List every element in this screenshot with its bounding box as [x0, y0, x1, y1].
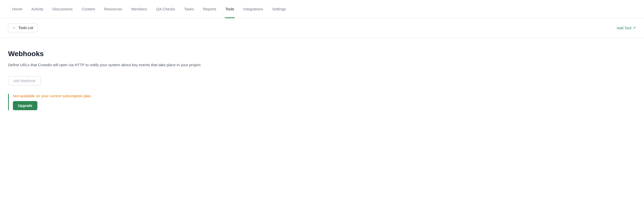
nav-item-resources[interactable]: Resources — [100, 0, 126, 18]
nav-item-home[interactable]: Home — [8, 0, 26, 18]
nav-item-reports[interactable]: Reports — [199, 0, 220, 18]
nav-item-members[interactable]: Members — [127, 0, 151, 18]
nav-item-content[interactable]: Content — [78, 0, 99, 18]
nav-item-qa-checks[interactable]: QA Checks — [152, 0, 179, 18]
add-tool-label: Add Tool — [617, 26, 631, 30]
back-to-tools-list-button[interactable]: ← Tools List — [8, 23, 37, 32]
nav-item-settings[interactable]: Settings — [268, 0, 290, 18]
warning-text: Not available on your current subscripti… — [13, 94, 92, 98]
nav-item-discussions[interactable]: Discussions — [48, 0, 77, 18]
nav-item-integrations[interactable]: Integrations — [239, 0, 267, 18]
add-webhook-button[interactable]: Add Webhook — [8, 76, 41, 86]
top-navigation: Home Activity Discussions Content Resour… — [0, 0, 644, 18]
warning-content: Not available on your current subscripti… — [13, 94, 92, 110]
external-link-icon: ↗ — [633, 26, 636, 30]
nav-item-activity[interactable]: Activity — [27, 0, 47, 18]
back-button-label: Tools List — [18, 26, 33, 30]
upgrade-button[interactable]: Upgrade — [13, 101, 37, 110]
nav-item-tools[interactable]: Tools — [221, 0, 238, 18]
add-webhook-label: Add Webhook — [13, 79, 36, 83]
subscription-warning: Not available on your current subscripti… — [8, 94, 636, 110]
back-arrow-icon: ← — [12, 26, 16, 30]
nav-item-tasks[interactable]: Tasks — [180, 0, 198, 18]
main-content: Webhooks Define URLs that Crowdin will o… — [0, 38, 644, 122]
upgrade-label: Upgrade — [18, 104, 32, 108]
add-tool-link[interactable]: Add Tool ↗ — [617, 26, 636, 30]
page-description: Define URLs that Crowdin will open via H… — [8, 62, 636, 68]
page-title: Webhooks — [8, 50, 636, 58]
toolbar: ← Tools List Add Tool ↗ — [0, 18, 644, 38]
